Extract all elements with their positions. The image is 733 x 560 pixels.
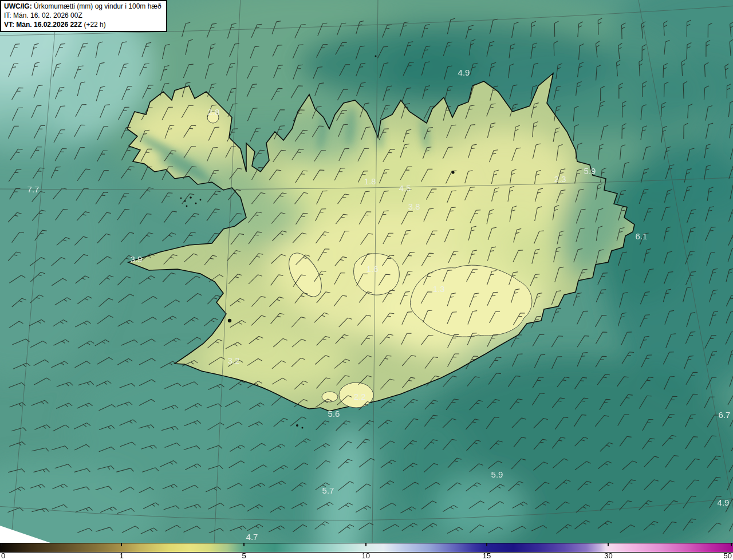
contour-label: 3.9	[131, 254, 143, 264]
title-line-2: IT: Mán. 16. 02. 2026 00Z	[4, 11, 161, 21]
colorbar-tick	[1, 543, 2, 546]
contour-label: 4.7	[246, 532, 258, 542]
contour-label: 5.6	[328, 409, 340, 419]
colorbar-tick-label: 30	[604, 552, 612, 560]
colorbar-tick	[731, 543, 732, 546]
model-id-label: UWC/IG:	[4, 2, 32, 10]
contour-label: 4.5	[399, 183, 411, 193]
contour-label: 2.8	[208, 107, 220, 117]
title-text: Úrkomumætti (mm) og vindur i 100m hæð	[32, 2, 161, 10]
colorbar-tick-label: 50	[724, 552, 732, 560]
colorbar-tick	[365, 543, 366, 546]
contour-label: 5.9	[491, 470, 503, 479]
colorbar-tick-label: 5	[242, 552, 246, 560]
colorbar-tick	[486, 543, 487, 546]
colorbar-tick	[121, 543, 122, 546]
contour-label: 1.3	[433, 284, 445, 294]
contour-label: 2.2	[354, 392, 366, 401]
valid-time-label: VT: Mán. 16.02.2026 22Z	[4, 21, 82, 29]
colorbar-tick-label: 0	[1, 552, 5, 560]
colorbar-tick	[608, 543, 609, 546]
contour-label: 5.9	[584, 166, 596, 176]
contour-label: 2.3	[554, 174, 566, 184]
contour-label: 1.8	[364, 176, 376, 186]
precipitation-colorbar: 01510153050	[0, 543, 733, 560]
colorbar-tick-label: 10	[361, 552, 369, 560]
colorbar-tick-label: 15	[483, 552, 491, 560]
title-box: UWC/IG: Úrkomumætti (mm) og vindur i 100…	[0, 0, 167, 32]
contour-label: 5.7	[322, 486, 334, 495]
title-line-1: UWC/IG: Úrkomumætti (mm) og vindur i 100…	[4, 2, 161, 11]
contour-label: 1.6	[366, 264, 379, 274]
forecast-offset: (+22 h)	[82, 21, 106, 29]
weather-app-screenshot: 4.92.85.92.37.71.84.53.86.13.91.61.33.22…	[0, 0, 733, 560]
contour-label: 6.7	[719, 410, 731, 420]
weather-map: 4.92.85.92.37.71.84.53.86.13.91.61.33.22…	[0, 0, 733, 543]
contour-label: 3.8	[408, 202, 420, 211]
contour-label: 4.9	[458, 68, 470, 77]
contour-label: 3.2	[228, 356, 240, 365]
colorbar-tick	[243, 543, 245, 546]
contour-label: 4.9	[718, 498, 730, 507]
contour-label: 7.7	[27, 184, 40, 194]
title-line-3: VT: Mán. 16.02.2026 22Z (+22 h)	[4, 21, 161, 30]
colorbar-tick-label: 1	[120, 552, 124, 560]
contour-label: 6.1	[636, 231, 648, 241]
